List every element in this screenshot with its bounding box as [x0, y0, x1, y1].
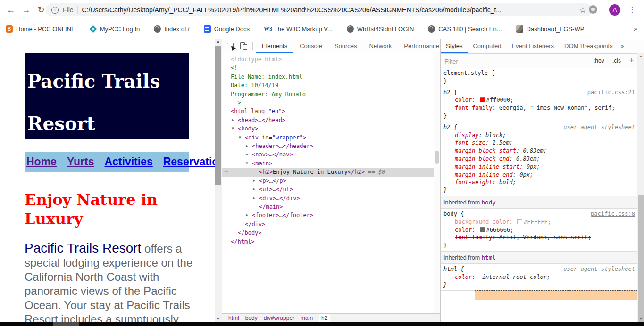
device-toolbar-icon[interactable]: [240, 42, 248, 50]
inherited-element-link[interactable]: body: [482, 199, 496, 206]
scroll-down-icon[interactable]: ▼: [215, 316, 222, 322]
style-property[interactable]: margin-inline-start: 0px;: [443, 163, 638, 171]
tab-elements[interactable]: Elements: [256, 39, 293, 53]
tree-line[interactable]: ▶<nav>…</nav>: [222, 150, 440, 159]
breadcrumb-html[interactable]: html: [228, 315, 239, 321]
bookmark-item[interactable]: Dashboard_FGS-WP: [516, 25, 585, 33]
tree-line[interactable]: </div>: [222, 220, 440, 228]
expand-arrow-down-icon[interactable]: ▼: [246, 159, 248, 168]
expand-arrow-right-icon[interactable]: ▶: [246, 211, 248, 220]
inspect-element-icon[interactable]: [227, 42, 235, 50]
style-property[interactable]: font-family: Georgia, "Times New Roman",…: [443, 104, 638, 112]
style-property[interactable]: display: block;: [443, 131, 638, 139]
scroll-down-icon[interactable]: ▼: [637, 316, 644, 322]
expand-arrow-right-icon[interactable]: ▶: [232, 116, 234, 124]
address-bar[interactable]: i File C:/Users/Cathy/Desktop/Amy/_PCC/_…: [46, 3, 592, 16]
sidebar-tabs-overflow-icon[interactable]: »: [621, 42, 624, 49]
rule-selector[interactable]: element.style {: [443, 69, 638, 77]
elements-scrollbar[interactable]: [434, 53, 440, 313]
expand-arrow-right-icon[interactable]: ▶: [253, 177, 255, 185]
style-property[interactable]: font-size: 1.5em;: [443, 139, 638, 147]
nav-link-yurts[interactable]: Yurts: [67, 155, 94, 168]
tree-line[interactable]: -->: [222, 98, 440, 107]
bookmark-item[interactable]: BHome - PCC ONLINE: [6, 25, 75, 33]
tab-performance[interactable]: Performance: [398, 39, 445, 53]
color-swatch-icon[interactable]: [480, 97, 485, 102]
tree-line[interactable]: ⋯<h2>Enjoy Nature in Luxury</h2> == $0: [222, 168, 440, 176]
tab-event-listeners[interactable]: Event Listeners: [506, 39, 559, 53]
style-property[interactable]: margin-block-end: 0.83em;: [443, 155, 638, 163]
inherited-element-link[interactable]: html: [482, 254, 496, 261]
tab-sources[interactable]: Sources: [328, 39, 363, 53]
style-property[interactable]: font-family: Arial, Verdana, sans-serif;: [443, 234, 638, 242]
back-icon[interactable]: ←: [5, 4, 17, 16]
bookmark-item[interactable]: Google Docs: [204, 25, 250, 33]
tree-line[interactable]: Programmer: Amy Bonato: [222, 90, 440, 98]
breadcrumb-h2[interactable]: h2: [319, 314, 330, 322]
page-vertical-scrollbar[interactable]: ▲ ▼: [215, 39, 222, 322]
forward-icon[interactable]: →: [20, 4, 32, 16]
browser-menu-icon[interactable]: ⋮: [628, 4, 636, 16]
styles-filter-input[interactable]: [441, 54, 582, 69]
extension-gear-icon[interactable]: [589, 5, 597, 14]
expand-arrow-down-icon[interactable]: ▼: [239, 133, 241, 142]
tree-line[interactable]: </main>: [222, 203, 440, 211]
tree-line[interactable]: <!--: [222, 64, 440, 72]
scroll-up-icon[interactable]: ▲: [215, 39, 222, 45]
nav-link-reservations[interactable]: Reservations: [163, 155, 215, 168]
color-swatch-icon[interactable]: [480, 227, 485, 232]
breadcrumb-main[interactable]: main: [301, 315, 313, 321]
style-property[interactable]: color: -internal-root-color;: [443, 273, 638, 281]
class-toggle[interactable]: .cls: [612, 57, 621, 64]
tree-line[interactable]: ▼<main>: [222, 159, 440, 168]
bookmark-item[interactable]: W3The W3C Markup V...: [264, 25, 333, 33]
bookmark-star-icon[interactable]: ☆: [579, 5, 586, 15]
tree-line[interactable]: ▶<ul>…</ul>: [222, 185, 440, 194]
nav-link-activities[interactable]: Activities: [104, 155, 152, 168]
tab-computed[interactable]: Computed: [468, 39, 506, 53]
nav-link-home[interactable]: Home: [26, 155, 57, 168]
tree-line[interactable]: ▼<body>: [222, 124, 440, 133]
expand-arrow-right-icon[interactable]: ▶: [246, 150, 248, 159]
stylesheet-link[interactable]: pacific.css:21: [587, 89, 635, 97]
tree-line[interactable]: ▶<div>…</div>: [222, 194, 440, 203]
breadcrumb-div#wrapper[interactable]: div#wrapper: [264, 315, 294, 321]
style-property[interactable]: font-weight: bold;: [443, 179, 638, 187]
style-property[interactable]: margin-inline-end: 0px;: [443, 171, 638, 179]
tree-line[interactable]: </body>: [222, 228, 440, 237]
style-property[interactable]: color: #666666;: [443, 226, 638, 234]
tree-line[interactable]: ▶<header>…</header>: [222, 142, 440, 150]
tree-line[interactable]: <!doctype html>: [222, 55, 440, 64]
tree-line[interactable]: File Name: index.html: [222, 73, 440, 81]
expand-arrow-right-icon[interactable]: ▶: [246, 142, 248, 150]
style-property[interactable]: background-color: #FFFFFF;: [443, 218, 638, 226]
more-actions-icon[interactable]: ⋯: [225, 168, 228, 176]
elements-scroll-thumb[interactable]: [435, 151, 439, 164]
bookmark-item[interactable]: Index of /: [154, 25, 189, 33]
new-style-rule-button[interactable]: +: [629, 54, 634, 68]
tab-styles[interactable]: Styles: [441, 39, 468, 53]
page-scroll-thumb[interactable]: [215, 46, 221, 185]
url-text[interactable]: C:/Users/Cathy/Desktop/Amy/_PCC/_FALL%20…: [82, 6, 576, 14]
expand-arrow-down-icon[interactable]: ▼: [232, 124, 234, 133]
tree-line[interactable]: ▼<div id="wrapper">: [222, 133, 440, 142]
bookmarks-overflow-icon[interactable]: »: [634, 25, 637, 33]
tree-line[interactable]: ▶<footer>…</footer>: [222, 211, 440, 220]
style-property[interactable]: color: #ff0000;: [443, 96, 638, 104]
breadcrumb-body[interactable]: body: [245, 315, 258, 321]
bookmark-item[interactable]: CAS 180 | Search En...: [428, 25, 502, 33]
bookmark-item[interactable]: MyPCC Log In: [90, 25, 140, 33]
tree-line[interactable]: ▶<p>…</p>: [222, 177, 440, 185]
tab-dom-breakpoints[interactable]: DOM Breakpoints: [559, 39, 618, 53]
tree-line[interactable]: ▶<head>…</head>: [222, 116, 440, 124]
expand-arrow-right-icon[interactable]: ▶: [253, 194, 255, 203]
color-swatch-icon[interactable]: [517, 219, 522, 224]
styles-scrollbar[interactable]: ▲ ▼: [637, 53, 644, 322]
styles-scroll-thumb[interactable]: [638, 195, 644, 326]
info-icon[interactable]: i: [51, 7, 59, 14]
bookmark-item[interactable]: WbHst4Stdnt LOGIN: [347, 25, 414, 33]
scroll-up-icon[interactable]: ▲: [637, 53, 644, 60]
tree-line[interactable]: </html>: [222, 237, 440, 246]
profile-avatar[interactable]: A: [609, 4, 620, 16]
pseudo-state-toggle[interactable]: :hov: [594, 57, 604, 64]
